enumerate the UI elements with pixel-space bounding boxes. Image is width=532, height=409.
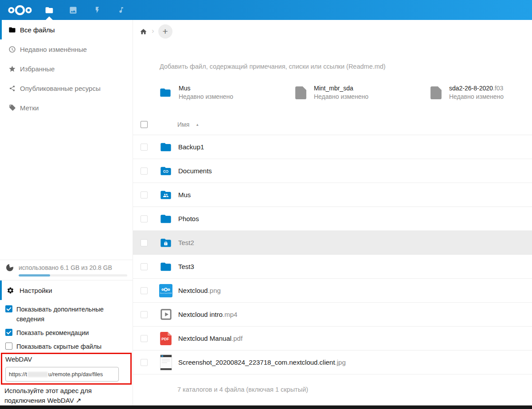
select-all-checkbox[interactable] [141,121,148,128]
name-column-header[interactable]: Имя [177,121,189,128]
tag-icon [9,104,16,111]
sidebar-item-label: Опубликованные ресурсы [20,85,101,92]
clock-icon [8,46,16,53]
people-icon [163,193,169,199]
nextcloud-logo-icon[interactable] [6,4,34,17]
folder-icon [160,141,172,153]
app-activity[interactable] [85,0,109,20]
file-name[interactable]: Photos [178,215,199,222]
file-row[interactable]: Test2 [133,231,532,255]
file-icon [430,86,442,99]
webdav-url-prefix: https://t [9,371,27,378]
nextcloud-files-app: Все файлы Недавно изменённые Избранные О… [0,0,532,409]
sidebar-item-label: Избранные [20,65,55,73]
files-app-icon [45,6,54,15]
row-checkbox[interactable] [141,287,148,294]
recommendation-subtitle: Недавно изменено [314,93,368,101]
sidebar-footer: использовано 6.1 GB из 20.8 GB Настройки… [0,260,133,405]
row-checkbox[interactable] [141,335,148,342]
row-checkbox[interactable] [141,263,148,270]
add-button[interactable]: + [158,24,172,39]
sort-ascending-icon[interactable]: ▲ [196,123,199,127]
file-name[interactable]: Test3 [178,263,194,270]
checkbox-show-recommendations[interactable] [5,329,12,336]
app-music[interactable] [109,0,133,20]
table-header: Имя ▲ [133,114,532,135]
webdav-label: WebDAV [5,355,133,363]
home-icon[interactable] [140,28,147,35]
checkbox-show-hidden[interactable] [5,343,12,350]
recommendation-card[interactable]: Mint_mbr_sda Недавно изменено [294,84,429,101]
recommendation-card[interactable]: Mus Недавно изменено [159,84,294,101]
svg-text:PDF: PDF [161,337,169,341]
folder-icon [160,261,172,273]
sidebar-item-favorites[interactable]: Избранные [0,59,133,78]
app-switcher [37,0,133,20]
file-name[interactable]: Mus [178,191,191,199]
row-checkbox[interactable] [141,215,148,222]
sidebar-item-all-files[interactable]: Все файлы [0,20,133,39]
file-row[interactable]: Nextcloud HUB Nextcloud.png [133,279,532,303]
file-name[interactable]: Test2 [178,239,194,246]
files-view: › + Добавить файл, содержащий примечания… [133,20,532,405]
folder-icon [159,86,172,99]
topbar [0,0,532,20]
row-checkbox[interactable] [141,359,148,366]
webdav-url-suffix: u/remote.php/dav/files [48,371,103,378]
sidebar-item-recent[interactable]: Недавно изменённые [0,39,133,59]
breadcrumb: › + [133,22,532,41]
option-show-recommendations[interactable]: Показать рекомендации [5,328,126,338]
folder-shared-icon [160,189,172,201]
file-row[interactable]: Backup1 [133,135,532,159]
file-row[interactable]: Documents [133,159,532,183]
readme-suggestion[interactable]: Добавить файл, содержащий примечания, сп… [160,63,386,70]
file-name[interactable]: Nextcloud Manual.pdf [178,335,243,342]
file-row[interactable]: Mus [133,183,532,207]
option-show-hidden[interactable]: Показывать скрытые файлы [5,342,126,351]
file-row[interactable]: Screenshot_20200824_223718_com.nextcloud… [133,351,532,374]
recommendation-subtitle: Недавно изменено [449,93,504,101]
app-files[interactable] [37,0,61,20]
row-checkbox[interactable] [141,167,148,175]
file-name[interactable]: Nextcloud intro.mp4 [178,311,237,318]
file-table: Имя ▲ Backup1 Documents Mus Photos Test2… [133,114,532,393]
storage-progress-fill [19,274,50,277]
file-name[interactable]: Screenshot_20200824_223718_com.nextcloud… [178,358,346,366]
settings-button[interactable]: Настройки [0,280,133,300]
sidebar-item-label: Метки [20,104,39,112]
webdav-url-input[interactable]: https://t u/remote.php/dav/files [5,367,119,382]
sidebar-item-tags[interactable]: Метки [0,98,133,117]
recommendation-name: Mus [179,84,233,93]
row-checkbox[interactable] [141,239,148,246]
file-row[interactable]: PDF Nextcloud Manual.pdf [133,327,532,351]
file-name[interactable]: Nextcloud.png [178,287,221,294]
file-row[interactable]: Test3 [133,255,532,279]
recommendation-name: Mint_mbr_sda [314,84,368,93]
file-name[interactable]: Backup1 [178,143,204,151]
folder-icon [160,213,172,225]
row-checkbox[interactable] [141,311,148,318]
breadcrumb-separator: › [152,27,154,35]
row-checkbox[interactable] [141,144,148,151]
option-show-details[interactable]: Показывать дополнительные сведения [5,304,126,324]
file-row[interactable]: Nextcloud intro.mp4 [133,303,532,327]
file-row[interactable]: Photos [133,207,532,231]
row-checkbox[interactable] [141,191,148,199]
storage-quota: использовано 6.1 GB из 20.8 GB [0,260,133,280]
nextcloud-image-thumbnail: Nextcloud HUB [159,284,172,297]
webdav-hint-link[interactable]: Используйте этот адрес для подключения W… [4,386,95,405]
checkbox-show-details[interactable] [5,305,12,312]
sidebar: Все файлы Недавно изменённые Избранные О… [0,20,133,409]
external-link-arrow-icon: ↗ [76,397,82,404]
music-app-icon [117,6,125,14]
sidebar-item-shares[interactable]: Опубликованные ресурсы [0,78,133,98]
settings-label: Настройки [20,287,52,294]
sidebar-item-label: Все файлы [20,26,55,34]
screenshot-thumbnail [160,354,172,370]
file-rows: Backup1 Documents Mus Photos Test2 Test3… [133,135,532,374]
file-name[interactable]: Documents [178,167,212,175]
lock-icon [164,241,168,246]
recommendation-name: sda2-26-8-2020.f03 [449,84,504,93]
recommendation-card[interactable]: sda2-26-8-2020.f03 Недавно изменено [429,84,532,101]
app-photos[interactable] [61,0,85,20]
